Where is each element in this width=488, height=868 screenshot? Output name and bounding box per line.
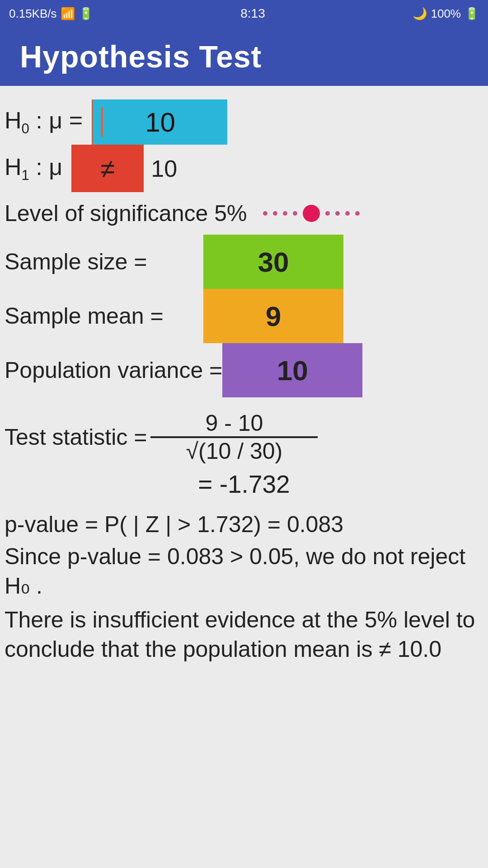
h1-row: H1 : μ ≠ 10 xyxy=(0,145,488,192)
dot-2 xyxy=(273,211,277,216)
pop-variance-value: 10 xyxy=(277,354,308,387)
h1-value: 10 xyxy=(151,155,177,182)
sample-mean-box[interactable]: 9 xyxy=(203,289,343,343)
status-right: 🌙 100% 🔋 xyxy=(413,7,479,21)
h0-input-box[interactable]: 10 xyxy=(92,99,227,145)
h1-label: H1 : μ xyxy=(5,153,62,184)
main-content: H0 : μ = 10 H1 : μ ≠ 10 Level of signifi… xyxy=(0,86,488,868)
dot-7 xyxy=(345,211,350,216)
battery-full-icon: 🔋 xyxy=(465,7,479,21)
test-stat-row: Test statistic = 9 - 10 √(10 / 30) xyxy=(5,410,483,464)
h0-cursor xyxy=(101,108,103,137)
battery-icon-green: 🔋 xyxy=(79,7,93,21)
conclusion-line-1: Since p-value = 0.083 > 0.05, we do not … xyxy=(5,542,483,601)
moon-icon: 🌙 xyxy=(413,7,427,21)
dot-6 xyxy=(335,211,340,216)
significance-slider[interactable] xyxy=(260,207,414,220)
h0-row: H0 : μ = 10 xyxy=(0,99,488,145)
fraction-denominator: √(10 / 30) xyxy=(177,438,292,464)
conclusions: p-value = P( | Z | > 1.732) = 0.083 Sinc… xyxy=(0,511,488,664)
dot-5 xyxy=(325,211,330,216)
h1-operator-box[interactable]: ≠ xyxy=(71,145,144,192)
pvalue-line: p-value = P( | Z | > 1.732) = 0.083 xyxy=(5,511,483,538)
dot-1 xyxy=(263,211,267,216)
sample-size-label: Sample size = xyxy=(5,235,203,289)
slider-dots xyxy=(260,205,414,222)
sample-size-box[interactable]: 30 xyxy=(203,235,343,289)
signal-text: 0.15KB/s xyxy=(9,7,57,21)
pop-variance-box[interactable]: 10 xyxy=(222,343,362,397)
slider-thumb[interactable] xyxy=(303,205,320,222)
dot-8 xyxy=(355,211,360,216)
test-stat-result: = -1.732 xyxy=(5,470,483,499)
final-conclusion: There is insufficient evidence at the 5%… xyxy=(5,605,483,664)
wifi-icon: 📶 xyxy=(61,7,75,21)
dot-4 xyxy=(293,211,297,216)
test-stat-section: Test statistic = 9 - 10 √(10 / 30) = -1.… xyxy=(0,410,488,499)
h0-value: 10 xyxy=(145,107,175,138)
h0-label: H0 : μ = xyxy=(5,107,83,137)
significance-row: Level of significance 5% xyxy=(0,200,488,226)
dot-3 xyxy=(283,211,287,216)
pop-variance-row: Population variance = 10 xyxy=(5,343,483,397)
battery-percent: 100% xyxy=(431,7,461,21)
sample-mean-value: 9 xyxy=(266,300,281,332)
sample-mean-label: Sample mean = xyxy=(5,289,203,343)
sample-size-row: Sample size = 30 xyxy=(5,235,483,289)
sample-mean-row: Sample mean = 9 xyxy=(5,289,483,343)
fraction-numerator: 9 - 10 xyxy=(196,410,272,436)
test-stat-label: Test statistic = xyxy=(5,424,147,450)
status-left: 0.15KB/s 📶 🔋 xyxy=(9,7,93,21)
pop-variance-label: Population variance = xyxy=(5,343,222,397)
status-bar: 0.15KB/s 📶 🔋 8:13 🌙 100% 🔋 xyxy=(0,0,488,27)
status-time: 8:13 xyxy=(240,6,265,21)
app-title: Hypothesis Test xyxy=(20,39,262,74)
fraction: 9 - 10 √(10 / 30) xyxy=(150,410,318,464)
h1-operator: ≠ xyxy=(100,153,115,184)
sample-size-value: 30 xyxy=(258,246,289,278)
app-bar: Hypothesis Test xyxy=(0,27,488,86)
stats-section: Sample size = 30 Sample mean = 9 Populat… xyxy=(0,235,488,397)
significance-label: Level of significance 5% xyxy=(5,200,247,226)
